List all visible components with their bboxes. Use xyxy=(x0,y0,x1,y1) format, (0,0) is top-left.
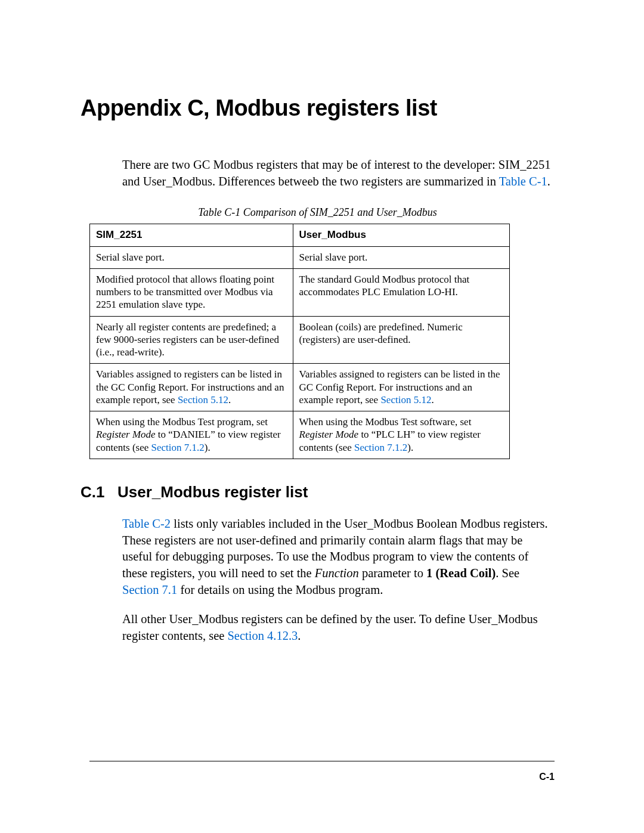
table-caption: Table C-1 Comparison of SIM_2251 and Use… xyxy=(80,206,555,219)
table-row: Modified protocol that allows floating p… xyxy=(90,268,510,316)
cell: The standard Gould Modbus protocol that … xyxy=(293,268,509,316)
section-title: User_Modbus register list xyxy=(117,483,308,501)
cell: Modified protocol that allows floating p… xyxy=(90,268,293,316)
text: . xyxy=(431,394,434,405)
text: parameter to xyxy=(359,566,426,580)
link-section-4-12-3[interactable]: Section 4.12.3 xyxy=(227,629,298,642)
link-section-5-12[interactable]: Section 5.12 xyxy=(178,394,228,405)
page: Appendix C, Modbus registers list There … xyxy=(0,0,644,833)
cell: Variables assigned to registers can be l… xyxy=(293,364,509,411)
link-table-c2[interactable]: Table C-2 xyxy=(122,517,171,530)
intro-text-a: There are two GC Modbus registers that m… xyxy=(122,158,550,188)
link-table-c1[interactable]: Table C-1 xyxy=(499,175,547,188)
link-section-7-1-2[interactable]: Section 7.1.2 xyxy=(354,442,407,453)
comparison-table: SIM_2251 User_Modbus Serial slave port. … xyxy=(89,224,510,459)
cell: Serial slave port. xyxy=(293,246,509,268)
text: . xyxy=(298,629,301,642)
cell: Nearly all register contents are predefi… xyxy=(90,316,293,364)
cell: Serial slave port. xyxy=(90,246,293,268)
intro-paragraph: There are two GC Modbus registers that m… xyxy=(122,157,555,190)
text: When using the Modbus Test software, set xyxy=(299,416,472,428)
italic-text: Register Mode xyxy=(96,429,156,440)
link-section-5-12[interactable]: Section 5.12 xyxy=(380,394,431,405)
text: When using the Modbus Test program, set xyxy=(96,416,268,428)
page-number: C-1 xyxy=(539,772,555,782)
link-section-7-1[interactable]: Section 7.1 xyxy=(122,583,177,596)
italic-text: Register Mode xyxy=(299,429,359,440)
cell: Variables assigned to registers can be l… xyxy=(90,364,293,411)
text: ). xyxy=(205,442,210,453)
table-header-row: SIM_2251 User_Modbus xyxy=(90,224,510,246)
link-section-7-1-2[interactable]: Section 7.1.2 xyxy=(151,442,205,453)
th-user-modbus: User_Modbus xyxy=(293,224,509,246)
table-row: Variables assigned to registers can be l… xyxy=(90,364,510,411)
appendix-title: Appendix C, Modbus registers list xyxy=(80,95,555,121)
text: . xyxy=(228,394,231,405)
section-heading-c1: C.1User_Modbus register list xyxy=(80,483,555,501)
text: for details on using the Modbus program. xyxy=(177,583,383,596)
text: ). xyxy=(407,442,413,453)
cell: When using the Modbus Test software, set… xyxy=(293,411,509,459)
th-sim-2251: SIM_2251 xyxy=(90,224,293,246)
table-row: Nearly all register contents are predefi… xyxy=(90,316,510,364)
intro-text-b: . xyxy=(547,175,550,188)
footer-rule xyxy=(89,761,555,761)
italic-text: Function xyxy=(315,566,359,580)
table-row: Serial slave port. Serial slave port. xyxy=(90,246,510,268)
cell: When using the Modbus Test program, set … xyxy=(90,411,293,459)
text: All other User_Modbus registers can be d… xyxy=(122,612,538,642)
section-paragraph-2: All other User_Modbus registers can be d… xyxy=(122,611,555,644)
cell: Boolean (coils) are predefined. Numeric … xyxy=(293,316,509,364)
bold-text: 1 (Read Coil) xyxy=(426,566,496,580)
section-paragraph-1: Table C-2 lists only variables included … xyxy=(122,516,555,598)
table-row: When using the Modbus Test program, set … xyxy=(90,411,510,459)
section-number: C.1 xyxy=(80,483,117,501)
text: . See xyxy=(496,566,519,580)
